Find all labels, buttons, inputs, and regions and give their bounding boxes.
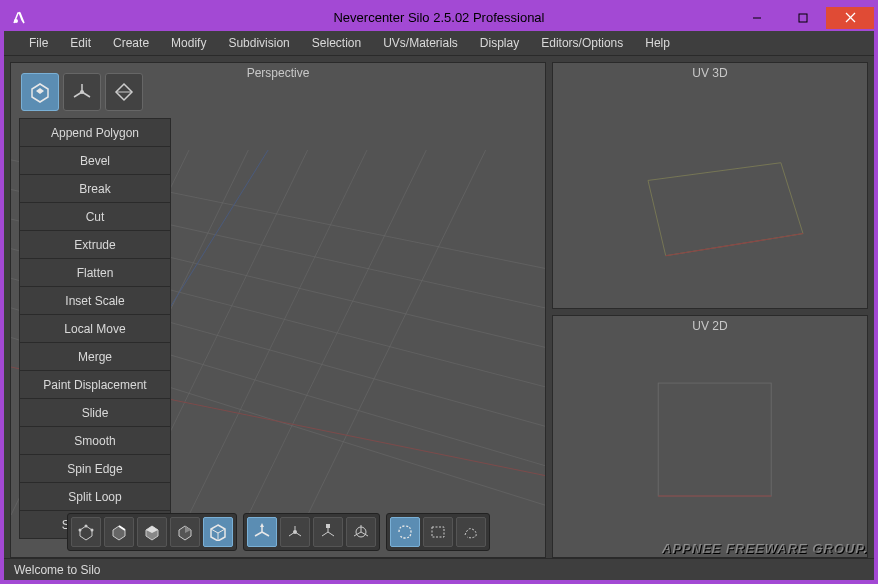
menu-create[interactable]: Create xyxy=(102,32,160,54)
tool-inset-scale[interactable]: Inset Scale xyxy=(19,286,171,315)
menu-editorsoptions[interactable]: Editors/Options xyxy=(530,32,634,54)
right-column: UV 3D UV 2D xyxy=(552,62,868,558)
tool-cut[interactable]: Cut xyxy=(19,202,171,231)
svg-line-43 xyxy=(262,532,269,536)
svg-line-51 xyxy=(328,532,334,536)
tool-append-polygon[interactable]: Append Polygon xyxy=(19,118,171,147)
edge-mode-icon[interactable] xyxy=(104,517,134,547)
tool-local-move[interactable]: Local Move xyxy=(19,314,171,343)
tool-slide[interactable]: Slide xyxy=(19,398,171,427)
object-mode-icon[interactable] xyxy=(170,517,200,547)
uv2d-rect xyxy=(553,336,867,553)
svg-rect-58 xyxy=(432,527,444,537)
paint-select-icon[interactable] xyxy=(456,517,486,547)
svg-rect-61 xyxy=(658,384,771,497)
menu-help[interactable]: Help xyxy=(634,32,681,54)
tool-smooth[interactable]: Smooth xyxy=(19,426,171,455)
axis-tool-icon[interactable] xyxy=(63,73,101,111)
window-controls xyxy=(734,7,874,29)
viewport-label-uv3d: UV 3D xyxy=(553,66,867,80)
svg-point-49 xyxy=(293,530,297,534)
toolbar-group-select xyxy=(386,513,490,551)
main-column: Perspective Appe xyxy=(10,62,546,558)
lasso-select-icon[interactable] xyxy=(390,517,420,547)
toolbar-group-mode xyxy=(67,513,237,551)
menu-uvsmaterials[interactable]: UVs/Materials xyxy=(372,32,469,54)
face-mode-icon[interactable] xyxy=(137,517,167,547)
uv3d-viewport[interactable]: UV 3D xyxy=(552,62,868,309)
vertex-mode-icon[interactable] xyxy=(71,517,101,547)
svg-marker-21 xyxy=(36,88,44,94)
menu-edit[interactable]: Edit xyxy=(59,32,102,54)
close-button[interactable] xyxy=(826,7,874,29)
svg-line-44 xyxy=(255,532,262,536)
svg-marker-59 xyxy=(648,163,803,256)
svg-line-15 xyxy=(248,150,426,515)
svg-marker-45 xyxy=(260,523,264,527)
menu-selection[interactable]: Selection xyxy=(301,32,372,54)
tool-break[interactable]: Break xyxy=(19,174,171,203)
menu-file[interactable]: File xyxy=(18,32,59,54)
maximize-button[interactable] xyxy=(780,7,826,29)
tool-split-loop[interactable]: Split Loop xyxy=(19,482,171,511)
tool-flatten[interactable]: Flatten xyxy=(19,258,171,287)
menu-subdivision[interactable]: Subdivision xyxy=(217,32,300,54)
svg-line-14 xyxy=(189,150,367,515)
tool-merge[interactable]: Merge xyxy=(19,342,171,371)
universal-tool-icon[interactable] xyxy=(346,517,376,547)
workarea: Perspective Appe xyxy=(4,56,874,558)
svg-marker-28 xyxy=(80,526,92,540)
menu-modify[interactable]: Modify xyxy=(160,32,217,54)
rotate-tool-icon[interactable] xyxy=(280,517,310,547)
tool-extrude[interactable]: Extrude xyxy=(19,230,171,259)
viewport-label-uv2d: UV 2D xyxy=(553,319,867,333)
tool-icons-row xyxy=(19,71,171,113)
rect-select-icon[interactable] xyxy=(423,517,453,547)
svg-line-52 xyxy=(322,532,328,536)
tool-spin-edge[interactable]: Spin Edge xyxy=(19,454,171,483)
svg-line-39 xyxy=(211,529,218,533)
bottom-toolbar xyxy=(11,513,545,551)
cube-mode-icon[interactable] xyxy=(203,517,233,547)
move-tool-icon[interactable] xyxy=(247,517,277,547)
perspective-viewport[interactable]: Perspective Appe xyxy=(10,62,546,558)
uv2d-viewport[interactable]: UV 2D xyxy=(552,315,868,558)
svg-line-60 xyxy=(666,234,803,256)
app-icon xyxy=(8,7,30,29)
statusbar: Welcome to Silo xyxy=(4,558,874,580)
menu-display[interactable]: Display xyxy=(469,32,530,54)
titlebar[interactable]: Nevercenter Silo 2.5.02 Professional xyxy=(4,4,874,31)
svg-point-25 xyxy=(80,90,84,94)
diamond-tool-icon[interactable] xyxy=(105,73,143,111)
minimize-button[interactable] xyxy=(734,7,780,29)
menubar: FileEditCreateModifySubdivisionSelection… xyxy=(4,31,874,56)
svg-line-40 xyxy=(218,529,225,533)
svg-point-30 xyxy=(90,529,93,532)
shape-tool-icon[interactable] xyxy=(21,73,59,111)
scale-tool-icon[interactable] xyxy=(313,517,343,547)
svg-rect-53 xyxy=(326,524,330,528)
app-window: Nevercenter Silo 2.5.02 Professional Fil… xyxy=(4,4,874,580)
svg-point-31 xyxy=(78,529,81,532)
svg-point-0 xyxy=(14,19,18,23)
tool-bevel[interactable]: Bevel xyxy=(19,146,171,175)
uv3d-plane xyxy=(553,83,867,304)
tool-list: Append PolygonBevelBreakCutExtrudeFlatte… xyxy=(19,119,171,539)
tool-panel: Append PolygonBevelBreakCutExtrudeFlatte… xyxy=(19,71,171,539)
status-text: Welcome to Silo xyxy=(14,563,100,577)
toolbar-group-manip xyxy=(243,513,380,551)
svg-rect-2 xyxy=(799,14,807,22)
svg-point-29 xyxy=(84,525,87,528)
tool-paint-displacement[interactable]: Paint Displacement xyxy=(19,370,171,399)
